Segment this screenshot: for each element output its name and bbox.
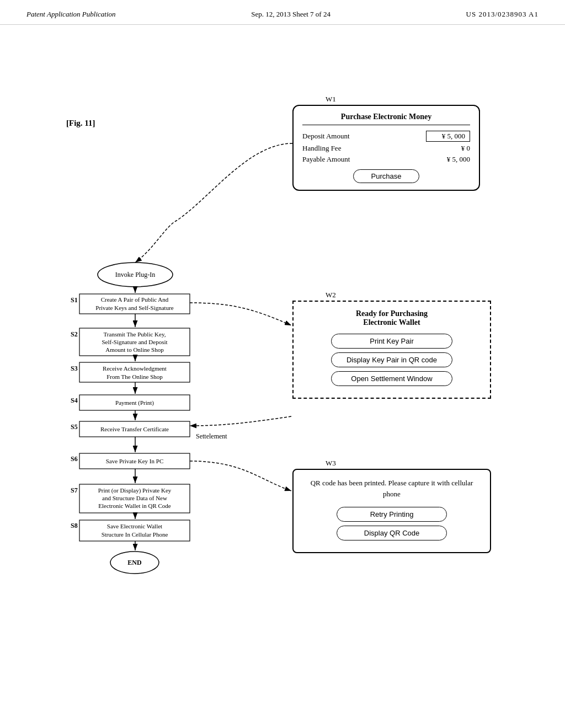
w1-window: Purchase Electronic Money Deposit Amount… bbox=[292, 105, 480, 191]
svg-text:Private Keys and Self-Signatur: Private Keys and Self-Signature bbox=[95, 304, 174, 311]
s5-label: S5 bbox=[71, 423, 78, 431]
header-right: US 2013/0238903 A1 bbox=[466, 10, 539, 19]
svg-rect-9 bbox=[79, 362, 190, 382]
svg-text:Save Private Key In PC: Save Private Key In PC bbox=[106, 458, 163, 464]
display-key-pair-qr-button[interactable]: Display Key Pair in QR code bbox=[331, 352, 452, 367]
svg-text:From The Online Shop: From The Online Shop bbox=[106, 373, 163, 380]
w1-title: Purchase Electronic Money bbox=[302, 113, 470, 125]
w1-handling-row: Handling Fee ¥ 0 bbox=[302, 144, 470, 153]
s2-label: S2 bbox=[71, 330, 78, 338]
svg-rect-12 bbox=[79, 395, 190, 410]
s3-label: S3 bbox=[71, 365, 78, 372]
purchase-button[interactable]: Purchase bbox=[353, 169, 419, 183]
s6-label: S6 bbox=[71, 455, 78, 463]
svg-text:Electronic Wallet in QR Code: Electronic Wallet in QR Code bbox=[98, 502, 171, 509]
svg-text:Amount to Online Shop: Amount to Online Shop bbox=[105, 346, 164, 353]
svg-text:and Structure Data of New: and Structure Data of New bbox=[102, 495, 167, 501]
svg-point-25 bbox=[110, 552, 159, 574]
retry-printing-button[interactable]: Retry Printing bbox=[337, 507, 447, 522]
payable-label: Payable Amount bbox=[302, 155, 350, 164]
open-settlement-window-button[interactable]: Open Settlement Window bbox=[331, 371, 452, 386]
svg-rect-5 bbox=[79, 328, 190, 356]
deposit-value: ¥ 5, 000 bbox=[426, 131, 470, 142]
svg-text:Print (or Display) Private Key: Print (or Display) Private Key bbox=[98, 487, 172, 494]
header-left: Patent Application Publication bbox=[26, 10, 116, 19]
svg-text:Receive Acknowledgment: Receive Acknowledgment bbox=[103, 365, 167, 372]
w1-payable-row: Payable Amount ¥ 5, 000 bbox=[302, 155, 470, 164]
svg-text:Transmit The Public Key,: Transmit The Public Key, bbox=[104, 331, 166, 338]
settlement-label: Settelement bbox=[196, 432, 227, 440]
svg-rect-22 bbox=[79, 520, 190, 541]
handling-label: Handling Fee bbox=[302, 144, 341, 153]
w1-label: W1 bbox=[326, 95, 336, 104]
svg-rect-14 bbox=[79, 421, 190, 437]
s8-label: S8 bbox=[71, 522, 78, 529]
diagram-area: W1 Purchase Electronic Money Deposit Amo… bbox=[33, 55, 541, 706]
w1-deposit-row: Deposit Amount ¥ 5, 000 bbox=[302, 131, 470, 142]
svg-text:Receive Transfer Certificate: Receive Transfer Certificate bbox=[100, 426, 169, 432]
svg-rect-16 bbox=[79, 453, 190, 469]
invoke-plugin-label: Invoke Plug-In bbox=[115, 271, 155, 279]
display-qr-code-button[interactable]: Display QR Code bbox=[337, 526, 447, 540]
w2-window: Ready for Purchasing Electronic Wallet P… bbox=[292, 301, 491, 399]
svg-text:Save Electronic Wallet: Save Electronic Wallet bbox=[107, 523, 162, 529]
svg-rect-18 bbox=[79, 484, 190, 513]
deposit-label: Deposit Amount bbox=[302, 132, 350, 141]
svg-rect-2 bbox=[79, 294, 190, 314]
w2-title: Ready for Purchasing Electronic Wallet bbox=[302, 309, 481, 327]
s7-label: S7 bbox=[71, 486, 78, 494]
s4-label: S4 bbox=[71, 397, 78, 404]
svg-text:Self-Signature and Deposit: Self-Signature and Deposit bbox=[102, 339, 167, 345]
handling-value: ¥ 0 bbox=[461, 144, 470, 153]
print-key-pair-button[interactable]: Print Key Pair bbox=[331, 334, 452, 349]
svg-text:Payment (Print): Payment (Print) bbox=[115, 399, 154, 406]
s1-label: S1 bbox=[71, 296, 78, 304]
w3-text: QR code has been printed. Please capture… bbox=[302, 478, 481, 499]
svg-text:END: END bbox=[127, 559, 142, 566]
svg-text:Create A Pair of Public And: Create A Pair of Public And bbox=[101, 296, 169, 303]
payable-value: ¥ 5, 000 bbox=[447, 155, 470, 164]
w2-label: W2 bbox=[326, 291, 336, 299]
page-header: Patent Application Publication Sep. 12, … bbox=[0, 0, 565, 25]
svg-text:Structure In Cellular Phone: Structure In Cellular Phone bbox=[102, 531, 168, 538]
svg-point-1 bbox=[98, 263, 173, 287]
w3-window: QR code has been printed. Please capture… bbox=[292, 469, 491, 553]
header-center: Sep. 12, 2013 Sheet 7 of 24 bbox=[251, 10, 331, 19]
w3-label: W3 bbox=[326, 459, 336, 468]
